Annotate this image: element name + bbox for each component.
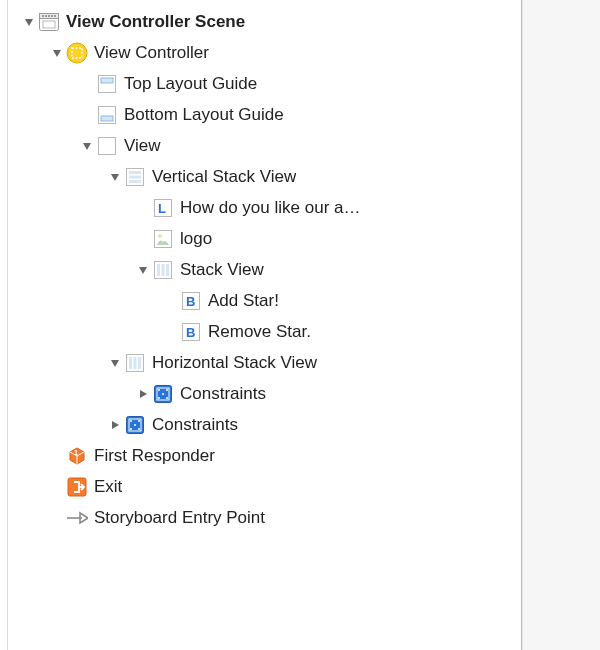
outline-label: View Controller xyxy=(94,43,209,63)
view-controller-icon xyxy=(66,42,88,64)
outline-row-button-add[interactable]: B Add Star! xyxy=(8,285,521,316)
svg-point-56 xyxy=(134,424,136,426)
svg-rect-6 xyxy=(51,15,53,17)
svg-marker-9 xyxy=(53,50,61,57)
outline-row-scene[interactable]: View Controller Scene xyxy=(8,6,521,37)
svg-rect-29 xyxy=(157,264,160,276)
outline-label: Storyboard Entry Point xyxy=(94,508,265,528)
canvas-area xyxy=(522,0,600,650)
outline-row-view-controller[interactable]: View Controller xyxy=(8,37,521,68)
outline-row-horizontal-stack[interactable]: Horizontal Stack View xyxy=(8,347,521,378)
svg-rect-5 xyxy=(48,15,50,17)
outline-row-vertical-stack[interactable]: Vertical Stack View xyxy=(8,161,521,192)
svg-point-44 xyxy=(158,389,160,391)
document-outline[interactable]: View Controller Scene View Controller To… xyxy=(8,0,522,650)
svg-rect-4 xyxy=(45,15,47,17)
outline-row-exit[interactable]: Exit xyxy=(8,471,521,502)
outline-label: First Responder xyxy=(94,446,215,466)
outline-label: Constraints xyxy=(180,384,266,404)
svg-rect-3 xyxy=(42,15,44,17)
svg-rect-20 xyxy=(129,171,141,174)
outline-label: View Controller Scene xyxy=(66,12,245,32)
imageview-icon xyxy=(152,228,174,250)
outline-label: Horizontal Stack View xyxy=(152,353,317,373)
outline-label: Constraints xyxy=(152,415,238,435)
outline-row-first-responder[interactable]: 1 First Responder xyxy=(8,440,521,471)
outline-label: Vertical Stack View xyxy=(152,167,296,187)
outline-row-view[interactable]: View xyxy=(8,130,521,161)
svg-marker-49 xyxy=(112,421,119,429)
svg-marker-41 xyxy=(140,390,147,398)
svg-point-54 xyxy=(130,428,132,430)
outline-label: Remove Star. xyxy=(208,322,311,342)
svg-text:L: L xyxy=(158,201,166,216)
view-icon xyxy=(96,135,118,157)
outline-row-bottom-layout-guide[interactable]: Bottom Layout Guide xyxy=(8,99,521,130)
disclosure-triangle-closed-icon[interactable] xyxy=(108,418,122,432)
svg-marker-27 xyxy=(139,267,147,274)
svg-text:B: B xyxy=(186,325,195,340)
disclosure-triangle-open-icon[interactable] xyxy=(108,356,122,370)
exit-icon xyxy=(66,476,88,498)
scene-icon xyxy=(38,11,60,33)
svg-rect-15 xyxy=(101,116,113,121)
svg-point-46 xyxy=(158,397,160,399)
outline-row-constraints[interactable]: Constraints xyxy=(8,409,521,440)
svg-point-26 xyxy=(158,234,162,238)
svg-rect-7 xyxy=(54,15,56,17)
label-icon: L xyxy=(152,197,174,219)
svg-marker-36 xyxy=(111,360,119,367)
svg-marker-16 xyxy=(83,143,91,150)
disclosure-triangle-open-icon[interactable] xyxy=(50,46,64,60)
constraints-icon xyxy=(124,414,146,436)
horizontal-stack-icon xyxy=(124,352,146,374)
first-responder-icon: 1 xyxy=(66,445,88,467)
svg-point-45 xyxy=(166,389,168,391)
svg-rect-22 xyxy=(129,180,141,183)
vertical-stack-icon xyxy=(124,166,146,188)
outline-row-inner-stack[interactable]: Stack View xyxy=(8,254,521,285)
svg-marker-18 xyxy=(111,174,119,181)
outline-row-button-remove[interactable]: B Remove Star. xyxy=(8,316,521,347)
entry-point-arrow-icon xyxy=(66,507,88,529)
outline-label: Exit xyxy=(94,477,122,497)
disclosure-triangle-open-icon[interactable] xyxy=(108,170,122,184)
svg-rect-21 xyxy=(129,175,141,178)
svg-point-47 xyxy=(166,397,168,399)
outline-label: Bottom Layout Guide xyxy=(124,105,284,125)
disclosure-triangle-closed-icon[interactable] xyxy=(136,387,150,401)
svg-rect-39 xyxy=(134,357,137,369)
constraints-icon xyxy=(152,383,174,405)
svg-point-52 xyxy=(130,420,132,422)
layout-guide-bottom-icon xyxy=(96,104,118,126)
button-icon: B xyxy=(180,321,202,343)
svg-point-48 xyxy=(162,393,164,395)
layout-guide-top-icon xyxy=(96,73,118,95)
svg-rect-38 xyxy=(129,357,132,369)
svg-point-55 xyxy=(138,428,140,430)
outline-label: Stack View xyxy=(180,260,264,280)
svg-rect-31 xyxy=(166,264,169,276)
outline-label: View xyxy=(124,136,161,156)
outline-row-constraints[interactable]: Constraints xyxy=(8,378,521,409)
outline-row-imageview[interactable]: logo xyxy=(8,223,521,254)
outline-label: How do you like our a… xyxy=(180,198,360,218)
outline-row-label[interactable]: L How do you like our a… xyxy=(8,192,521,223)
svg-text:1: 1 xyxy=(74,449,78,456)
svg-rect-13 xyxy=(101,78,113,83)
svg-point-53 xyxy=(138,420,140,422)
svg-rect-40 xyxy=(138,357,141,369)
outline-row-entry-point[interactable]: Storyboard Entry Point xyxy=(8,502,521,533)
outline-label: logo xyxy=(180,229,212,249)
disclosure-triangle-open-icon[interactable] xyxy=(22,15,36,29)
svg-text:B: B xyxy=(186,294,195,309)
svg-point-10 xyxy=(67,43,87,63)
horizontal-stack-icon xyxy=(152,259,174,281)
svg-marker-0 xyxy=(25,19,33,26)
outline-row-top-layout-guide[interactable]: Top Layout Guide xyxy=(8,68,521,99)
outline-label: Add Star! xyxy=(208,291,279,311)
outline-label: Top Layout Guide xyxy=(124,74,257,94)
button-icon: B xyxy=(180,290,202,312)
disclosure-triangle-open-icon[interactable] xyxy=(80,139,94,153)
disclosure-triangle-open-icon[interactable] xyxy=(136,263,150,277)
